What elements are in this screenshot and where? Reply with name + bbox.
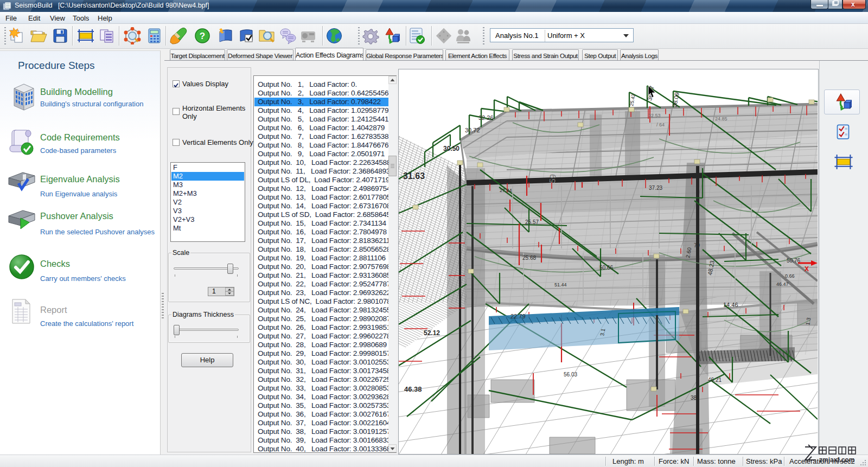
svg-text:zmjaxf.com: zmjaxf.com [819, 456, 854, 464]
svg-text:31.63: 31.63 [403, 171, 425, 181]
svg-text:32.26: 32.26 [478, 114, 494, 121]
svg-text:37.23: 37.23 [649, 185, 662, 191]
svg-text:52.12: 52.12 [424, 329, 440, 337]
svg-text:/ 64: / 64 [656, 122, 665, 127]
svg-text:25.68: 25.68 [522, 255, 536, 261]
svg-text:?: ? [200, 31, 205, 41]
svg-text:32.53: 32.53 [648, 113, 661, 118]
svg-text:25.57: 25.57 [525, 219, 539, 225]
svg-text:46.21: 46.21 [708, 377, 722, 383]
svg-text:14.46: 14.46 [723, 302, 738, 308]
svg-text:79: 79 [694, 242, 700, 248]
svg-text:51.44: 51.44 [554, 282, 567, 287]
svg-text:50.66: 50.66 [599, 265, 613, 271]
svg-text:59: 59 [547, 174, 557, 183]
svg-text:46.38: 46.38 [404, 385, 422, 393]
svg-text:22.79: 22.79 [510, 313, 526, 319]
svg-text:27.44: 27.44 [500, 188, 512, 193]
svg-text:0.66: 0.66 [785, 273, 795, 279]
svg-text:24.85: 24.85 [715, 116, 727, 121]
svg-text:30.50: 30.50 [443, 145, 459, 152]
svg-text:38: 38 [691, 395, 697, 401]
svg-text:46.47: 46.47 [776, 282, 789, 287]
svg-text:30.72: 30.72 [465, 127, 480, 133]
svg-text:56.03: 56.03 [564, 372, 577, 378]
svg-text:X: X [805, 265, 809, 273]
